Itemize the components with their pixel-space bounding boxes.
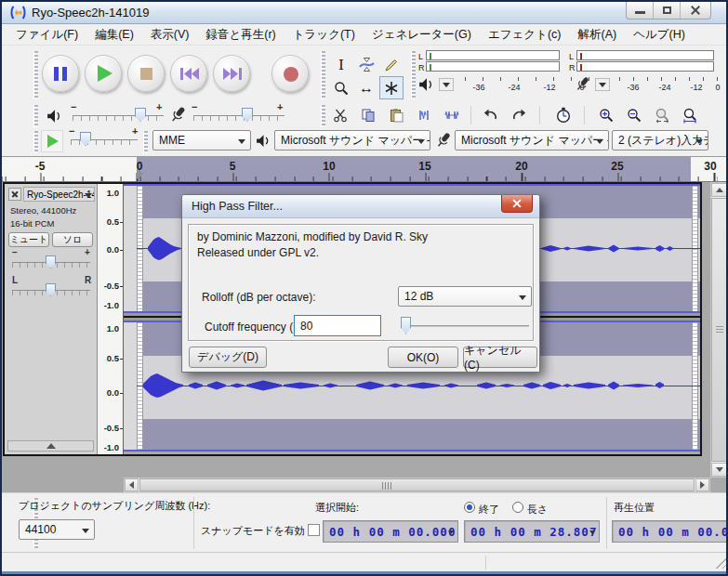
input-volume-slider[interactable]: [193, 115, 285, 121]
menu-effect[interactable]: エフェクト(c): [480, 25, 570, 45]
play-meter-dropdown[interactable]: [439, 78, 454, 91]
menu-file[interactable]: ファイル(F): [7, 25, 86, 45]
selection-end-field[interactable]: 00 h 00 m 28.807 s: [464, 520, 600, 543]
record-button[interactable]: [271, 55, 309, 92]
zoom-tool-button[interactable]: [329, 76, 353, 99]
play-meter-right-bar[interactable]: [426, 61, 560, 72]
meter-toolbar-grip[interactable]: [411, 51, 416, 99]
input-device-dropdown[interactable]: Microsoft サウンド マッパー - I: [455, 130, 609, 151]
debug-button[interactable]: デバッグ(D): [189, 347, 267, 368]
draw-tool-button[interactable]: [379, 53, 404, 76]
menu-view[interactable]: 表示(V): [142, 25, 198, 45]
fit-selection-button[interactable]: [649, 104, 675, 126]
scroll-right-button[interactable]: [695, 478, 709, 491]
selection-tool-button[interactable]: I: [329, 53, 353, 76]
zoom-in-button[interactable]: [593, 104, 619, 126]
timer-record-button[interactable]: [550, 104, 576, 126]
paste-button[interactable]: [383, 104, 409, 126]
rec-meter-dropdown[interactable]: [595, 78, 610, 91]
cancel-button[interactable]: キャンセル(C): [463, 347, 537, 368]
fast-forward-icon: [222, 66, 243, 82]
menu-analyze[interactable]: 解析(A): [569, 25, 625, 45]
track-title-dropdown[interactable]: Ryo-Speec2h-14: [23, 187, 95, 202]
stop-button[interactable]: [127, 55, 165, 92]
project-rate-dropdown[interactable]: 44100: [19, 519, 95, 540]
tools-toolbar-grip[interactable]: [321, 51, 325, 99]
audacity-logo-icon: [10, 5, 26, 20]
menu-transport[interactable]: 録音と再生(r): [197, 25, 284, 45]
track-collapse-button[interactable]: [7, 440, 94, 452]
length-radio[interactable]: [512, 502, 523, 513]
menu-tracks[interactable]: トラック(T): [285, 25, 364, 45]
play-position-field[interactable]: 00 h 00 m 00.00: [612, 520, 728, 543]
play-meter-left-bar[interactable]: [426, 50, 560, 60]
mixer-toolbar-grip[interactable]: [33, 105, 38, 127]
cutoff-slider[interactable]: [404, 325, 529, 327]
menu-help[interactable]: ヘルプ(H): [625, 25, 694, 45]
resize-grip[interactable]: [716, 558, 726, 569]
transcription-toolbar-grip[interactable]: [33, 131, 38, 153]
transport-toolbar-grip[interactable]: [33, 51, 38, 99]
zoom-out-button[interactable]: [621, 104, 647, 126]
vertical-scrollbar[interactable]: [710, 182, 728, 478]
redo-button[interactable]: [506, 104, 532, 126]
skip-to-end-button[interactable]: [213, 55, 250, 92]
selection-start-field[interactable]: 00 h 00 m 00.000 s: [323, 520, 458, 543]
rec-meter-left-bar[interactable]: [576, 50, 714, 60]
solo-button[interactable]: ソロ: [52, 232, 93, 247]
snap-to-label: スナップモードを有効: [201, 524, 305, 538]
dialog-close-button[interactable]: [501, 195, 533, 213]
copy-button[interactable]: [355, 104, 381, 126]
undo-button[interactable]: [478, 104, 504, 126]
scroll-down-button[interactable]: [711, 463, 727, 477]
cut-button[interactable]: [327, 104, 353, 126]
undo-icon: [483, 108, 498, 123]
rolloff-label: Rolloff (dB per octave):: [202, 291, 316, 304]
edit-toolbar-grip[interactable]: [321, 105, 325, 127]
play-at-speed-button[interactable]: [41, 130, 63, 152]
play-button[interactable]: [85, 55, 122, 92]
title-bar[interactable]: Ryo-Speec2h-141019: [2, 2, 726, 24]
horizontal-scroll-thumb[interactable]: [139, 478, 695, 491]
fit-project-button[interactable]: [677, 104, 703, 126]
dialog-title-bar[interactable]: High Pass Filter...: [182, 195, 539, 218]
input-channels-dropdown[interactable]: 2 (ステレオ)入力チ: [612, 130, 708, 151]
chevron-down-icon: [695, 139, 703, 144]
restore-button[interactable]: [654, 2, 681, 19]
stopwatch-icon: [555, 107, 572, 124]
cutoff-input[interactable]: 80: [294, 315, 381, 336]
timeline-ruler[interactable]: -5 0 5 10 15 20 25 30: [2, 156, 728, 182]
menu-edit[interactable]: 編集(E): [86, 25, 142, 45]
silence-audio-button[interactable]: [439, 104, 465, 126]
device-toolbar-grip[interactable]: [143, 131, 148, 153]
vertical-scroll-thumb[interactable]: [711, 198, 727, 462]
rec-meter-mic-button[interactable]: [575, 75, 591, 93]
pause-button[interactable]: [42, 55, 79, 92]
scroll-left-button[interactable]: [125, 478, 139, 491]
multi-tool-button[interactable]: [379, 76, 404, 99]
scroll-up-button[interactable]: [711, 183, 727, 197]
snap-to-checkbox[interactable]: [308, 524, 320, 536]
track-close-button[interactable]: [8, 188, 21, 201]
minimize-button[interactable]: [627, 2, 654, 19]
skip-to-start-button[interactable]: [170, 55, 207, 92]
mute-button[interactable]: ミュート: [8, 232, 49, 247]
output-volume-slider[interactable]: [73, 115, 164, 121]
rolloff-dropdown[interactable]: 12 dB: [398, 286, 532, 307]
audio-host-dropdown[interactable]: MME: [152, 130, 251, 151]
vertical-ruler[interactable]: 1.0 0.5 0.0 -0.5 -1.0 1.0 0.5 0.0 -0.5 -…: [98, 184, 124, 454]
rec-meter-right-bar[interactable]: [576, 61, 714, 72]
cutoff-slider-thumb[interactable]: [401, 317, 411, 334]
status-bar: [2, 552, 728, 571]
ok-button[interactable]: OK(O): [388, 347, 458, 368]
envelope-tool-button[interactable]: [354, 53, 378, 76]
menu-generate[interactable]: ジェネレーター(G): [364, 25, 480, 45]
play-meter-speaker-button[interactable]: [418, 76, 435, 93]
close-button[interactable]: [681, 2, 710, 19]
timeshift-tool-button[interactable]: ↔: [354, 76, 378, 99]
horizontal-scrollbar[interactable]: [124, 478, 710, 492]
trim-audio-button[interactable]: [411, 104, 437, 126]
end-radio[interactable]: [464, 502, 475, 513]
output-device-dropdown[interactable]: Microsoft サウンド マッパー - (: [274, 130, 430, 151]
vr-label: -1.0: [104, 442, 119, 452]
